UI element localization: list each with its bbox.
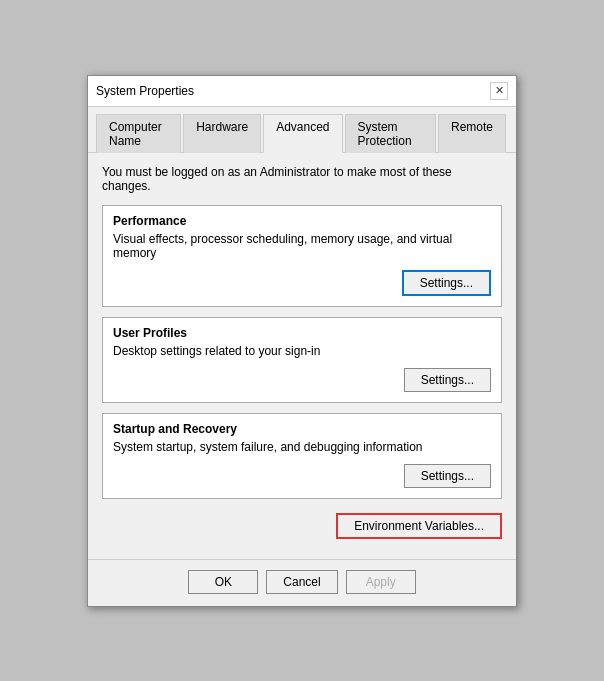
system-properties-dialog: System Properties ✕ Computer Name Hardwa…	[87, 75, 517, 607]
ok-button[interactable]: OK	[188, 570, 258, 594]
admin-note: You must be logged on as an Administrato…	[102, 165, 502, 193]
tab-content-advanced: You must be logged on as an Administrato…	[88, 153, 516, 559]
cancel-button[interactable]: Cancel	[266, 570, 337, 594]
user-profiles-btn-row: Settings...	[113, 368, 491, 392]
section-performance-title: Performance	[113, 214, 491, 228]
performance-btn-row: Settings...	[113, 270, 491, 296]
section-performance: Performance Visual effects, processor sc…	[102, 205, 502, 307]
section-user-profiles-title: User Profiles	[113, 326, 491, 340]
startup-recovery-settings-button[interactable]: Settings...	[404, 464, 491, 488]
tab-hardware[interactable]: Hardware	[183, 114, 261, 153]
user-profiles-settings-button[interactable]: Settings...	[404, 368, 491, 392]
title-bar: System Properties ✕	[88, 76, 516, 107]
tab-computer-name[interactable]: Computer Name	[96, 114, 181, 153]
tab-remote[interactable]: Remote	[438, 114, 506, 153]
section-startup-recovery-desc: System startup, system failure, and debu…	[113, 440, 491, 454]
tab-system-protection[interactable]: System Protection	[345, 114, 436, 153]
startup-recovery-btn-row: Settings...	[113, 464, 491, 488]
environment-variables-button[interactable]: Environment Variables...	[336, 513, 502, 539]
dialog-footer: OK Cancel Apply	[88, 559, 516, 606]
tab-bar: Computer Name Hardware Advanced System P…	[88, 107, 516, 153]
tab-advanced[interactable]: Advanced	[263, 114, 342, 153]
performance-settings-button[interactable]: Settings...	[402, 270, 491, 296]
apply-button[interactable]: Apply	[346, 570, 416, 594]
section-startup-recovery: Startup and Recovery System startup, sys…	[102, 413, 502, 499]
section-startup-recovery-title: Startup and Recovery	[113, 422, 491, 436]
section-performance-desc: Visual effects, processor scheduling, me…	[113, 232, 491, 260]
section-user-profiles: User Profiles Desktop settings related t…	[102, 317, 502, 403]
env-variables-row: Environment Variables...	[102, 509, 502, 547]
close-button[interactable]: ✕	[490, 82, 508, 100]
section-user-profiles-desc: Desktop settings related to your sign-in	[113, 344, 491, 358]
window-title: System Properties	[96, 84, 194, 98]
